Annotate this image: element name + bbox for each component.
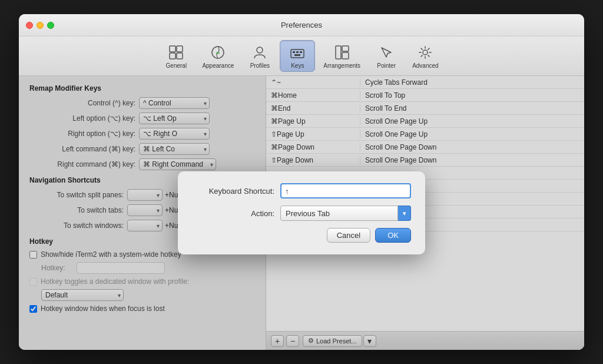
svg-rect-5 — [216, 52, 220, 54]
tab-keys[interactable]: Keys — [280, 40, 315, 72]
dialog-overlay: Keyboard Shortcut: Action: Previous Tab … — [19, 76, 584, 350]
tab-appearance-label: Appearance — [202, 62, 234, 69]
tab-profiles-label: Profiles — [250, 62, 270, 69]
tab-keys-label: Keys — [291, 62, 304, 69]
tab-general-label: General — [166, 62, 187, 69]
keyboard-shortcut-input[interactable] — [280, 183, 411, 198]
dialog-buttons: Cancel OK — [192, 228, 411, 243]
advanced-icon — [416, 43, 435, 62]
svg-rect-13 — [342, 46, 349, 51]
svg-rect-7 — [291, 49, 304, 58]
tab-pointer-label: Pointer — [377, 62, 396, 69]
ok-button[interactable]: OK — [375, 228, 411, 243]
cancel-button[interactable]: Cancel — [327, 228, 370, 243]
tab-appearance[interactable]: Appearance — [196, 41, 240, 71]
traffic-lights — [26, 22, 54, 29]
action-select-row: Action: Previous Tab Next Tab New Tab Cl… — [192, 206, 411, 221]
svg-rect-9 — [296, 51, 299, 53]
action-select-container: Previous Tab Next Tab New Tab Close Tab … — [280, 206, 411, 221]
tab-arrangements[interactable]: Arrangements — [317, 41, 366, 71]
content-area: Remap Modifier Keys Control (^) key: ^ C… — [19, 76, 584, 350]
svg-point-15 — [423, 50, 428, 55]
tab-advanced[interactable]: Advanced — [406, 41, 444, 71]
arrangements-icon — [333, 43, 352, 62]
titlebar: Preferences — [19, 14, 584, 37]
toolbar: General Appearance Profiles Keys Arrange… — [19, 37, 584, 76]
main-window: Preferences General Appearance Profiles — [19, 14, 584, 350]
svg-rect-3 — [177, 53, 183, 59]
shortcut-field-label: Keyboard Shortcut: — [192, 187, 274, 196]
svg-rect-12 — [336, 46, 341, 59]
action-dropdown-button[interactable]: ▾ — [398, 206, 411, 221]
tab-profiles[interactable]: Profiles — [242, 41, 277, 71]
action-field-label: Action: — [192, 209, 274, 218]
maximize-button[interactable] — [47, 22, 54, 29]
tab-advanced-label: Advanced — [412, 62, 438, 69]
pointer-icon — [377, 43, 396, 62]
tab-arrangements-label: Arrangements — [323, 62, 360, 69]
appearance-icon — [208, 43, 227, 62]
window-title: Preferences — [281, 21, 322, 29]
svg-rect-11 — [294, 54, 300, 56]
svg-rect-10 — [300, 51, 302, 53]
tab-general[interactable]: General — [158, 41, 194, 71]
action-select[interactable]: Previous Tab Next Tab New Tab Close Tab … — [280, 206, 398, 221]
keys-icon — [288, 43, 307, 62]
svg-rect-1 — [177, 46, 183, 52]
svg-rect-0 — [170, 46, 175, 52]
shortcut-input-row: Keyboard Shortcut: — [192, 183, 411, 198]
tab-pointer[interactable]: Pointer — [369, 41, 404, 71]
profiles-icon — [250, 43, 269, 62]
close-button[interactable] — [26, 22, 33, 29]
minimize-button[interactable] — [37, 22, 44, 29]
keyboard-shortcut-dialog: Keyboard Shortcut: Action: Previous Tab … — [178, 171, 425, 254]
svg-point-6 — [257, 47, 263, 53]
general-icon — [167, 43, 185, 62]
svg-rect-14 — [342, 52, 349, 59]
svg-rect-8 — [293, 51, 295, 53]
svg-rect-2 — [170, 53, 175, 59]
